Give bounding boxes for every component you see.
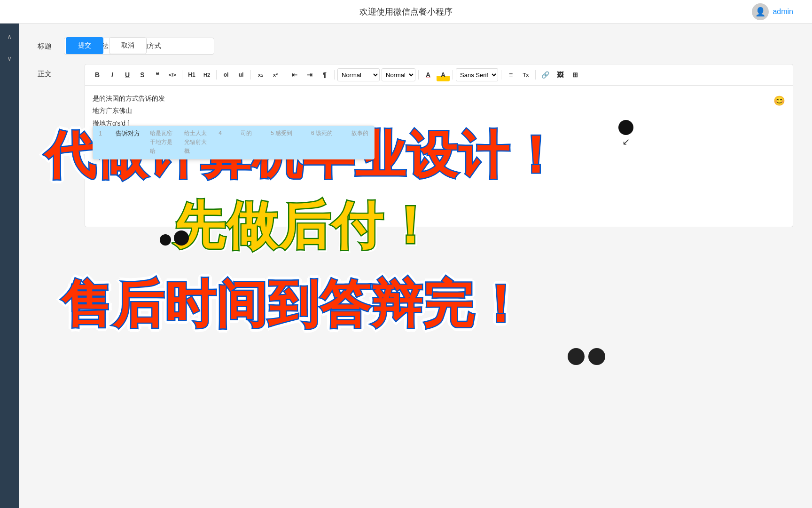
paragraph-button[interactable]: ¶	[318, 68, 331, 81]
quote-button[interactable]: ❝	[151, 68, 164, 81]
autocomplete-text-1: 告诉对方	[116, 129, 141, 156]
autocomplete-item-1[interactable]: 1 告诉对方 给是瓦窑干地方是给 给土人太光辐射大概 4 司的 5 感受到 6 …	[93, 126, 374, 159]
sup-button[interactable]: x²	[269, 68, 282, 81]
divider-6	[418, 70, 419, 79]
autocomplete-hint-7: 6 该死的	[311, 129, 333, 156]
autocomplete-dropdown: 1 告诉对方 给是瓦窑干地方是给 给土人太光辐射大概 4 司的 5 感受到 6 …	[93, 126, 375, 159]
avatar: 👤	[752, 3, 769, 20]
font-color-button[interactable]: A	[422, 68, 435, 81]
username: admin	[773, 8, 793, 16]
emoji-button[interactable]: 😊	[773, 93, 785, 108]
strike-button[interactable]: S	[136, 68, 149, 81]
divider-5	[334, 70, 335, 79]
indent-left-button[interactable]: ⇤	[288, 68, 301, 81]
sidebar-arrow-down[interactable]: ∨	[7, 55, 12, 62]
autocomplete-hint-2: 给是瓦窑干地方是给	[150, 129, 175, 156]
autocomplete-hint-4: 4	[219, 129, 222, 156]
font-family-select[interactable]: Sans Serif Serif Monospace	[456, 68, 498, 81]
code-button[interactable]: </>	[166, 68, 179, 81]
editor-container: B I U S ❝ </> H1 H2 ol ul x₂ x² ⇤ ⇥ ¶	[85, 64, 793, 227]
main-content: 标题 正文 B I U S ❝ </> H1 H2 ol ul x₂	[19, 24, 812, 508]
ul-button[interactable]: ul	[234, 68, 248, 81]
header: 欢迎使用微信点餐小程序 👤 admin	[0, 0, 812, 24]
bottom-bar: 提交 取消	[66, 37, 812, 54]
image-button[interactable]: 🖼	[554, 68, 567, 81]
divider-2	[216, 70, 217, 79]
divider-8	[501, 70, 501, 79]
divider-3	[250, 70, 251, 79]
autocomplete-num-1: 1	[99, 129, 106, 156]
divider-4	[285, 70, 285, 79]
submit-button[interactable]: 提交	[66, 37, 103, 54]
ol-button[interactable]: ol	[219, 68, 233, 81]
editor-line-2: 地方广东佛山	[93, 105, 785, 116]
bold-button[interactable]: B	[91, 68, 104, 81]
header-title: 欢迎使用微信点餐小程序	[359, 6, 453, 17]
align-button[interactable]: ≡	[504, 68, 517, 81]
autocomplete-hint-6: 5 感受到	[271, 129, 292, 156]
autocomplete-hint-5: 司的	[241, 129, 252, 156]
autocomplete-hint-3: 给土人太光辐射大概	[184, 129, 209, 156]
font-bg-button[interactable]: A	[437, 68, 450, 81]
cancel-button[interactable]: 取消	[109, 37, 147, 54]
sub-button[interactable]: x₂	[254, 68, 267, 81]
link-button[interactable]: 🔗	[539, 68, 552, 81]
divider-7	[453, 70, 453, 79]
title-label: 标题	[38, 42, 56, 51]
indent-right-button[interactable]: ⇥	[303, 68, 316, 81]
sidebar-arrow-up[interactable]: ∧	[7, 33, 12, 40]
h1-button[interactable]: H1	[185, 68, 198, 81]
toolbar: B I U S ❝ </> H1 H2 ol ul x₂ x² ⇤ ⇥ ¶	[85, 64, 793, 86]
underline-button[interactable]: U	[121, 68, 134, 81]
clear-format-button[interactable]: Tx	[519, 68, 532, 81]
h2-button[interactable]: H2	[200, 68, 213, 81]
italic-button[interactable]: I	[106, 68, 119, 81]
normal-select-2[interactable]: Normal Small Large	[382, 68, 415, 81]
editor-body[interactable]: 是的法国的方式告诉的发 地方广东佛山 撤地方g's'd f 1 告诉对方 给是瓦…	[85, 86, 793, 227]
autocomplete-hint-8: 故事的	[351, 129, 368, 156]
editor-line-1: 是的法国的方式告诉的发	[93, 93, 785, 103]
table-button[interactable]: ⊞	[569, 68, 582, 81]
content-label: 正文	[38, 70, 56, 79]
header-user: 👤 admin	[752, 3, 793, 20]
sidebar: ∧ ∨	[0, 24, 19, 508]
divider-9	[535, 70, 536, 79]
normal-select-1[interactable]: Normal Heading 1 Heading 2	[337, 68, 380, 81]
divider-1	[182, 70, 182, 79]
